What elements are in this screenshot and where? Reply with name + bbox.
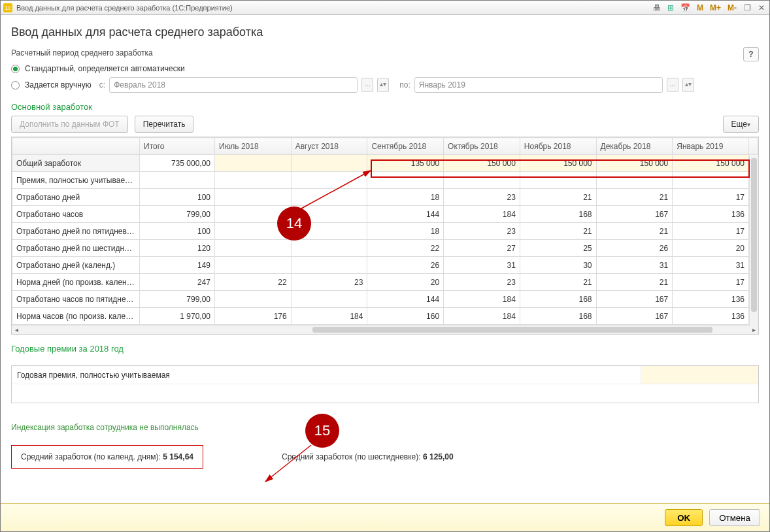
m-minus-button[interactable]: M- (726, 3, 738, 12)
cell[interactable]: 31 (444, 257, 520, 274)
cell[interactable]: 23 (444, 274, 520, 291)
cell[interactable] (215, 291, 292, 308)
cell[interactable]: 22 (215, 274, 292, 291)
cell[interactable] (520, 172, 596, 189)
cell[interactable]: 149 (140, 257, 215, 274)
cell[interactable] (367, 172, 444, 189)
cell[interactable]: 136 (673, 206, 749, 223)
cell[interactable]: 135 000 (367, 155, 444, 172)
print-icon[interactable]: 🖶 (652, 3, 662, 12)
window-close-icon[interactable]: ✕ (756, 3, 767, 12)
fill-by-fot-button[interactable]: Дополнить по данным ФОТ (11, 116, 128, 133)
table-row[interactable]: Отработано часов799,00144184168167136 (12, 206, 758, 223)
cell[interactable]: 31 (673, 257, 749, 274)
cell[interactable] (444, 172, 520, 189)
cell[interactable] (291, 172, 367, 189)
period-from-spinner[interactable]: ▴▾ (377, 78, 389, 92)
cell[interactable]: 22 (367, 240, 444, 257)
cell[interactable] (215, 155, 292, 172)
cell[interactable]: 21 (520, 189, 596, 206)
cell[interactable]: 184 (444, 206, 520, 223)
cell[interactable] (291, 240, 367, 257)
cell[interactable]: 184 (291, 308, 367, 325)
cell[interactable]: 184 (444, 291, 520, 308)
cell[interactable]: 23 (444, 189, 520, 206)
cell[interactable]: 150 000 (520, 155, 596, 172)
cell[interactable]: 21 (596, 223, 673, 240)
period-from-input[interactable]: Февраль 2018 (109, 77, 358, 93)
cancel-button[interactable]: Отмена (709, 509, 760, 526)
cell[interactable]: 20 (367, 274, 444, 291)
cell[interactable]: 168 (520, 291, 596, 308)
cell[interactable]: 100 (140, 189, 215, 206)
cell[interactable]: 247 (140, 274, 215, 291)
cell[interactable]: 21 (520, 274, 596, 291)
table-row[interactable]: Отработано дней по шестидневн...12022272… (12, 240, 758, 257)
cell[interactable]: 168 (520, 206, 596, 223)
cell[interactable]: 23 (291, 274, 367, 291)
cell[interactable]: 17 (673, 223, 749, 240)
cell[interactable]: 144 (367, 206, 444, 223)
cell[interactable] (215, 172, 292, 189)
table-row[interactable]: Норма часов (по произв. календа...1 970,… (12, 308, 758, 325)
cell[interactable] (215, 257, 292, 274)
cell[interactable]: 17 (673, 189, 749, 206)
cell[interactable]: 120 (140, 240, 215, 257)
calc-icon[interactable]: ⊞ (666, 3, 675, 12)
radio-auto[interactable] (11, 65, 20, 73)
cell[interactable]: 25 (520, 240, 596, 257)
cell[interactable] (291, 155, 367, 172)
cell[interactable]: 799,00 (140, 291, 215, 308)
cell[interactable]: 21 (596, 274, 673, 291)
cell[interactable]: 168 (520, 308, 596, 325)
cell[interactable] (291, 189, 367, 206)
cell[interactable]: 100 (140, 223, 215, 240)
table-row[interactable]: Отработано дней по пятидневной...1001823… (12, 223, 758, 240)
cell[interactable]: 150 000 (596, 155, 673, 172)
cell[interactable]: 18 (367, 189, 444, 206)
ok-button[interactable]: OK (665, 509, 703, 526)
cell[interactable] (291, 291, 367, 308)
window-restore-icon[interactable]: ❐ (742, 3, 752, 12)
table-row[interactable]: Отработано дней (календ.)1492631303131 (12, 257, 758, 274)
cell[interactable] (215, 240, 292, 257)
main-earnings-table[interactable]: Итого Июль 2018 Август 2018 Сентябрь 201… (11, 137, 759, 335)
annual-premiums-table[interactable]: Годовая премия, полностью учитываемая (11, 365, 759, 403)
period-to-input[interactable]: Январь 2019 (414, 77, 663, 93)
cell[interactable]: 31 (596, 257, 673, 274)
cell[interactable] (215, 189, 292, 206)
cell[interactable] (291, 257, 367, 274)
cell[interactable]: 21 (520, 223, 596, 240)
cell[interactable]: 150 000 (673, 155, 749, 172)
help-button[interactable]: ? (743, 47, 759, 61)
table-row[interactable]: Премия, полностью учитываемая (12, 172, 758, 189)
table-row[interactable]: Отработано часов по пятидневно...799,001… (12, 291, 758, 308)
cell[interactable]: 26 (596, 240, 673, 257)
recalc-button[interactable]: Перечитать (135, 116, 194, 133)
cell[interactable]: 176 (215, 308, 292, 325)
cell[interactable] (673, 172, 749, 189)
cell[interactable]: 21 (596, 189, 673, 206)
period-from-picker[interactable]: … (361, 78, 373, 92)
annual-row-value[interactable] (641, 366, 758, 384)
cell[interactable]: 30 (520, 257, 596, 274)
calendar-icon[interactable]: 📅 (679, 3, 692, 12)
period-to-spinner[interactable]: ▴▾ (682, 78, 694, 92)
period-to-picker[interactable]: … (667, 78, 678, 92)
cell[interactable]: 23 (444, 223, 520, 240)
cell[interactable]: 20 (673, 240, 749, 257)
table-row[interactable]: Норма дней (по произв. календа...2472223… (12, 274, 758, 291)
cell[interactable]: 1 970,00 (140, 308, 215, 325)
cell[interactable]: 167 (596, 291, 673, 308)
cell[interactable]: 26 (367, 257, 444, 274)
cell[interactable]: 167 (596, 206, 673, 223)
vertical-scrollbar[interactable] (749, 156, 758, 326)
more-button[interactable]: Еще (723, 116, 759, 133)
cell[interactable]: 18 (367, 223, 444, 240)
cell[interactable]: 17 (673, 274, 749, 291)
m-button[interactable]: M (695, 3, 705, 12)
annual-row[interactable]: Годовая премия, полностью учитываемая (12, 366, 758, 384)
cell[interactable]: 136 (673, 291, 749, 308)
horizontal-scrollbar[interactable]: ◂▸ (12, 325, 758, 334)
cell[interactable]: 735 000,00 (140, 155, 215, 172)
